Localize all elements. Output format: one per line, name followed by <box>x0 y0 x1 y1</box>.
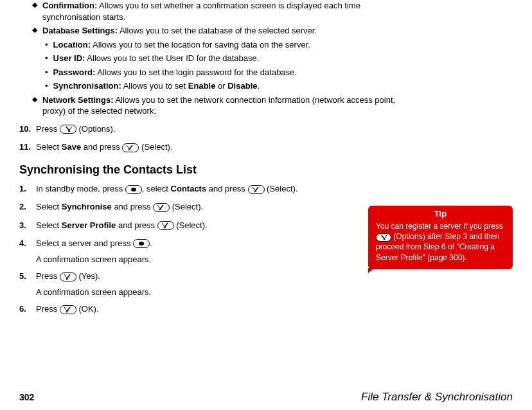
tip-body: You can register a server if you press (… <box>368 221 513 263</box>
bullet-confirmation: ◆ Confirmation: Allows you to set whethe… <box>19 0 405 22</box>
bullet-text: User ID: Allows you to set the User ID f… <box>53 53 405 64</box>
step-number: 4. <box>19 238 32 249</box>
section-heading: Synchronising the Contacts List <box>19 163 405 177</box>
text-a: In standby mode, press <box>36 184 125 193</box>
dot-icon: • <box>45 53 48 64</box>
confirmation-text: A confirmation screen appears. <box>36 287 405 297</box>
step-text: Select Synchronise and press (Select). <box>36 201 405 213</box>
sync-step-2: 2. Select Synchronise and press (Select)… <box>19 201 405 213</box>
dot-icon: • <box>45 80 48 92</box>
text-c: (Select). <box>139 142 172 152</box>
bullet-label: Password: <box>53 67 96 77</box>
footer-title: File Transfer & Synchronisation <box>361 391 513 404</box>
bullet-desc: Allows you to set the User ID for the da… <box>85 53 259 63</box>
text-a: Press <box>36 271 60 281</box>
text-b: and press <box>81 142 122 152</box>
or-text: or <box>215 81 227 91</box>
save-label: Save <box>62 142 81 152</box>
bullet-text: Synchronisation: Allows you to set Enabl… <box>53 80 405 92</box>
svg-point-18 <box>139 242 144 245</box>
text-a: Allows you to set <box>121 81 188 91</box>
step-text: Press (Yes). <box>36 271 405 282</box>
bullet-password: • Password: Allows you to set the login … <box>19 67 405 78</box>
sync-step-4: 4. Select a server and press . <box>19 238 405 249</box>
tip-notch <box>368 268 375 273</box>
sync-step-3: 3. Select Server Profile and press (Sele… <box>19 220 405 231</box>
step-number: 3. <box>19 220 32 231</box>
text-b: (OK). <box>76 304 99 314</box>
bullet-network: ◆ Network Settings: Allows you to set th… <box>19 94 405 117</box>
sync-step-5: 5. Press (Yes). <box>19 271 405 282</box>
bullet-text: Network Settings: Allows you to set the … <box>42 94 405 117</box>
text-b: (Yes). <box>76 271 100 281</box>
step-number: 6. <box>19 303 32 315</box>
bullet-text: Location: Allows you to set the location… <box>53 39 405 51</box>
text-c: and press <box>206 184 247 193</box>
text-a: Press <box>36 124 60 134</box>
center-key-icon <box>125 185 142 194</box>
bullet-synchronisation: • Synchronisation: Allows you to set Ena… <box>19 80 405 92</box>
softkey-right-icon <box>376 233 391 242</box>
bullet-label: Location: <box>53 40 91 49</box>
tip-header: Tip <box>368 206 513 221</box>
softkey-left-icon <box>153 203 170 212</box>
page-number: 302 <box>19 392 34 402</box>
step-number: 10. <box>19 123 32 135</box>
disable-label: Disable <box>227 81 257 91</box>
confirmation-text: A confirmation screen appears. <box>36 254 405 264</box>
step-number: 1. <box>19 183 32 195</box>
step-text: Press (Options). <box>36 123 405 135</box>
enable-label: Enable <box>188 81 216 91</box>
text-a: Press <box>36 304 60 314</box>
synchronise-label: Synchronise <box>62 202 112 211</box>
bullet-database: ◆ Database Settings: Allows you to set t… <box>19 25 405 37</box>
server-profile-label: Server Profile <box>62 220 116 230</box>
text-a: Select a server and press <box>36 238 133 248</box>
softkey-left-icon <box>122 143 139 152</box>
bullet-userid: • User ID: Allows you to set the User ID… <box>19 53 405 64</box>
text-a: Select <box>36 142 62 152</box>
main-content: ◆ Confirmation: Allows you to set whethe… <box>19 0 405 315</box>
diamond-icon: ◆ <box>32 0 37 22</box>
text-b: (Options). <box>76 124 116 134</box>
softkey-left-icon <box>60 305 76 314</box>
dot-icon: • <box>45 39 48 51</box>
bullet-desc: Allows you to set the location for savin… <box>91 40 310 49</box>
step-number: 11. <box>19 141 32 153</box>
text-c: (Select). <box>170 202 203 211</box>
bullet-label: User ID: <box>53 53 85 63</box>
step-number: 5. <box>19 271 32 282</box>
step-text: Select Save and press (Select). <box>36 141 405 153</box>
step-text: Select Server Profile and press (Select)… <box>36 220 405 231</box>
text-b: , select <box>142 184 171 193</box>
center-key-icon <box>133 239 150 248</box>
text-b: and press <box>116 220 157 230</box>
page-footer: 302 File Transfer & Synchronisation <box>19 391 513 404</box>
sync-step-6: 6. Press (OK). <box>19 303 405 315</box>
text-b: . <box>150 238 152 248</box>
step-text: In standby mode, press , select Contacts… <box>36 183 405 195</box>
tip-text-b: (Options) after Step 3 and then proceed … <box>376 232 499 262</box>
bullet-desc: Allows you to set the login password for… <box>95 67 297 77</box>
period: . <box>257 81 260 91</box>
tip-text-a: You can register a server if you press <box>376 222 503 231</box>
softkey-left-icon <box>157 221 174 230</box>
text-c: (Select). <box>174 220 208 230</box>
text-a: Select <box>36 202 62 211</box>
step-number: 2. <box>19 201 32 213</box>
step-11: 11. Select Save and press (Select). <box>19 141 405 153</box>
tip-box: Tip You can register a server if you pre… <box>368 206 513 269</box>
bullet-text: Password: Allows you to set the login pa… <box>53 67 405 78</box>
text-a: Select <box>36 220 62 230</box>
bullet-text: Confirmation: Allows you to set whether … <box>42 0 405 22</box>
bullet-label: Network Settings: <box>42 95 114 105</box>
softkey-left-icon <box>60 272 76 281</box>
diamond-icon: ◆ <box>32 25 37 37</box>
softkey-right-icon <box>60 125 76 134</box>
dot-icon: • <box>45 67 48 78</box>
bullet-label: Synchronisation: <box>53 81 121 91</box>
step-10: 10. Press (Options). <box>19 123 405 135</box>
text-b: and press <box>112 202 153 211</box>
bullet-desc: Allows you to set the database of the se… <box>118 26 317 35</box>
bullet-label: Confirmation: <box>42 1 97 10</box>
